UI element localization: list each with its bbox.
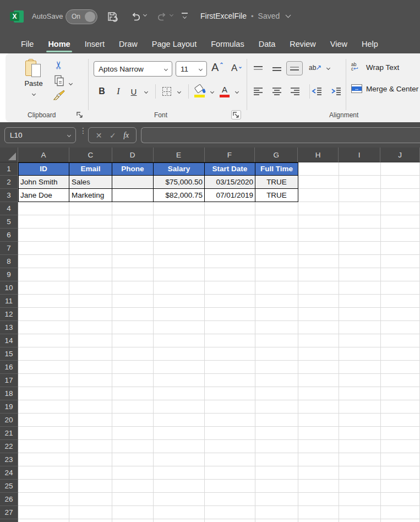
cancel-icon[interactable]: ✕ [96, 131, 102, 140]
increase-indent-button[interactable] [328, 84, 344, 98]
cell-D12[interactable] [112, 308, 154, 321]
row-header-16[interactable]: 16 [0, 361, 18, 374]
cell-F22[interactable] [205, 440, 255, 453]
cell-C22[interactable] [69, 440, 112, 453]
cell-D11[interactable] [112, 295, 154, 308]
cell-A3[interactable]: Jane Doe [18, 189, 69, 202]
font-size-select[interactable]: 11 [176, 61, 207, 77]
column-header-A[interactable]: A [18, 148, 69, 162]
cell-I1[interactable] [339, 162, 381, 176]
decrease-font-size-button[interactable]: A⌄ [231, 61, 243, 77]
cell-G26[interactable] [255, 493, 298, 506]
font-dialog-launcher-icon[interactable] [231, 110, 241, 119]
cell-G1[interactable]: Full Time [255, 162, 298, 176]
cell-A2[interactable]: John Smith [18, 176, 69, 189]
row-header-19[interactable]: 19 [0, 400, 18, 414]
row-header-12[interactable]: 12 [0, 308, 18, 321]
cell-E23[interactable] [154, 453, 205, 466]
cell-I28[interactable] [339, 519, 381, 522]
cell-J26[interactable] [381, 493, 420, 506]
cell-J6[interactable] [381, 229, 420, 242]
cell-F11[interactable] [205, 295, 255, 308]
row-header-24[interactable]: 24 [0, 466, 18, 480]
column-header-J[interactable]: J [380, 148, 420, 162]
cell-C11[interactable] [69, 295, 112, 308]
cell-G21[interactable] [255, 427, 298, 440]
orientation-button[interactable]: ab ↗ [309, 63, 321, 72]
row-header-10[interactable]: 10 [0, 281, 18, 295]
tab-help[interactable]: Help [354, 34, 385, 53]
cell-F10[interactable] [205, 281, 255, 295]
cell-D3[interactable] [112, 189, 154, 202]
cell-F20[interactable] [205, 414, 255, 427]
autosave-toggle[interactable]: On [66, 9, 97, 24]
cell-F14[interactable] [205, 334, 255, 347]
cell-D18[interactable] [112, 387, 154, 400]
cell-J16[interactable] [381, 361, 420, 374]
cell-F1[interactable]: Start Date [205, 162, 255, 176]
name-box[interactable]: L10 [4, 127, 76, 143]
cell-J10[interactable] [381, 281, 420, 295]
cell-I12[interactable] [339, 308, 381, 321]
cell-D8[interactable] [112, 255, 154, 268]
row-header-17[interactable]: 17 [0, 374, 18, 387]
cell-C19[interactable] [69, 400, 112, 414]
cell-G23[interactable] [255, 453, 298, 466]
cell-G9[interactable] [255, 268, 298, 281]
cell-H19[interactable] [298, 400, 339, 414]
cell-A19[interactable] [18, 400, 69, 414]
formula-input[interactable] [141, 127, 420, 143]
row-header-6[interactable]: 6 [0, 229, 18, 242]
align-left-button[interactable] [250, 84, 266, 98]
cell-C8[interactable] [69, 255, 112, 268]
cell-J11[interactable] [381, 295, 420, 308]
cell-D25[interactable] [112, 480, 154, 493]
cell-C15[interactable] [69, 347, 112, 361]
cell-F4[interactable] [205, 202, 255, 215]
cell-C23[interactable] [69, 453, 112, 466]
cell-I7[interactable] [339, 242, 381, 255]
cell-H16[interactable] [298, 361, 339, 374]
column-header-D[interactable]: D [112, 148, 154, 162]
cell-H2[interactable] [298, 176, 339, 189]
cell-I27[interactable] [339, 506, 381, 519]
cell-D16[interactable] [112, 361, 154, 374]
cell-C12[interactable] [69, 308, 112, 321]
cell-I21[interactable] [339, 427, 381, 440]
cell-D10[interactable] [112, 281, 154, 295]
cell-J28[interactable] [381, 519, 420, 522]
format-painter-button[interactable] [52, 90, 66, 101]
cell-A4[interactable] [18, 202, 69, 215]
row-header-9[interactable]: 9 [0, 268, 18, 281]
cell-E12[interactable] [154, 308, 205, 321]
cell-G20[interactable] [255, 414, 298, 427]
cell-C25[interactable] [69, 480, 112, 493]
cell-A17[interactable] [18, 374, 69, 387]
cell-H18[interactable] [298, 387, 339, 400]
cell-H9[interactable] [298, 268, 339, 281]
cell-H20[interactable] [298, 414, 339, 427]
cell-E6[interactable] [154, 229, 205, 242]
cell-D14[interactable] [112, 334, 154, 347]
cell-E20[interactable] [154, 414, 205, 427]
enter-icon[interactable]: ✓ [110, 131, 116, 140]
cell-E2[interactable]: $75,000.50 [154, 176, 205, 189]
cell-I16[interactable] [339, 361, 381, 374]
undo-dropdown-chevron[interactable] [143, 13, 147, 17]
cell-I26[interactable] [339, 493, 381, 506]
row-header-20[interactable]: 20 [0, 414, 18, 427]
italic-button[interactable]: I [110, 84, 127, 99]
cell-E19[interactable] [154, 400, 205, 414]
cell-A12[interactable] [18, 308, 69, 321]
row-header-11[interactable]: 11 [0, 295, 18, 308]
row-header-26[interactable]: 26 [0, 493, 18, 506]
cell-H23[interactable] [298, 453, 339, 466]
cell-I24[interactable] [339, 466, 381, 480]
cell-C16[interactable] [69, 361, 112, 374]
cell-D21[interactable] [112, 427, 154, 440]
cell-G3[interactable]: TRUE [255, 189, 298, 202]
cell-E7[interactable] [154, 242, 205, 255]
cell-F6[interactable] [205, 229, 255, 242]
cell-F28[interactable] [205, 519, 255, 522]
cell-D2[interactable] [112, 176, 154, 189]
